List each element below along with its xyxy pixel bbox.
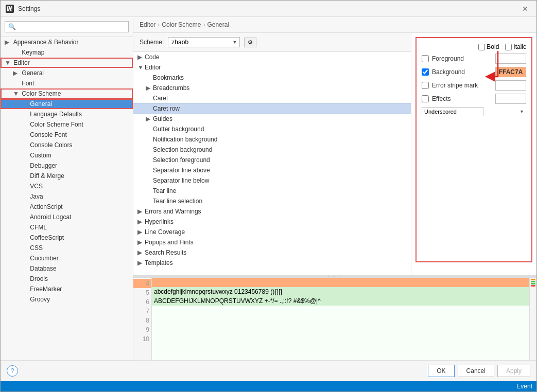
bold-checkbox[interactable] xyxy=(478,44,485,50)
tree-item-caret-row[interactable]: Caret row xyxy=(133,103,411,114)
effects-label: Effects xyxy=(432,95,492,102)
apply-button[interactable]: Apply xyxy=(497,365,530,377)
expand-arrow xyxy=(21,265,27,272)
expand-arrow xyxy=(146,136,153,143)
foreground-checkbox[interactable] xyxy=(422,55,429,62)
expand-arrow xyxy=(13,49,19,56)
expand-arrow xyxy=(21,275,27,282)
sidebar-item-cucumber[interactable]: Cucumber xyxy=(1,253,133,263)
sidebar-item-label: CSS xyxy=(30,244,43,252)
sidebar-item-android-logcat[interactable]: Android Logcat xyxy=(1,212,133,222)
sidebar-item-label: Java xyxy=(30,193,43,200)
sidebar-item-general[interactable]: ▶ General xyxy=(1,68,133,78)
scheme-select[interactable]: zhaob xyxy=(168,37,240,47)
sidebar-item-custom[interactable]: Custom xyxy=(1,150,133,161)
ok-button[interactable]: OK xyxy=(428,365,454,377)
background-row: Background FFAC7A xyxy=(422,67,526,77)
gear-button[interactable]: ⚙ xyxy=(244,38,256,47)
tree-item-breadcrumbs[interactable]: ▶ Breadcrumbs xyxy=(133,83,411,93)
sidebar-item-color-scheme-font[interactable]: Color Scheme Font xyxy=(1,119,133,130)
line-num-5: 5 xyxy=(133,288,151,297)
tree-item-notification-bg[interactable]: Notification background xyxy=(133,134,411,145)
effects-color-btn[interactable] xyxy=(495,94,526,104)
sidebar-item-appearance[interactable]: ▶ Appearance & Behavior xyxy=(1,37,133,47)
sidebar-item-label: ActionScript xyxy=(30,203,63,210)
tree-item-line-coverage[interactable]: ▶ Line Coverage xyxy=(133,227,411,237)
sidebar-item-font[interactable]: Font xyxy=(1,78,133,88)
sidebar-item-diff-merge[interactable]: Diff & Merge xyxy=(1,171,133,181)
tree-item-gutter-bg[interactable]: Gutter background xyxy=(133,124,411,134)
search-input-wrapper[interactable]: 🔍 xyxy=(5,21,129,32)
effects-checkbox[interactable] xyxy=(422,95,429,102)
sidebar-item-vcs[interactable]: VCS xyxy=(1,181,133,191)
tree-item-code[interactable]: ▶ Code xyxy=(133,52,411,62)
error-stripe-color-btn[interactable] xyxy=(495,80,526,91)
cancel-button[interactable]: Cancel xyxy=(458,365,494,377)
underline-row: Underscored Underwaved Bordered Strikeou… xyxy=(422,107,526,116)
app-icon: W xyxy=(6,5,14,13)
sidebar-item-drools[interactable]: Drools xyxy=(1,274,133,284)
help-button[interactable]: ? xyxy=(7,365,18,377)
search-field[interactable] xyxy=(18,23,125,30)
line-num-4: 4 xyxy=(133,279,151,288)
tree-item-tear-line[interactable]: Tear line xyxy=(133,186,411,196)
sidebar-item-console-colors[interactable]: Console Colors xyxy=(1,140,133,150)
font-style-row: Bold Italic xyxy=(422,43,526,50)
sidebar-item-color-scheme[interactable]: ▼ Color Scheme xyxy=(1,88,133,99)
sidebar-item-actionscript[interactable]: ActionScript xyxy=(1,202,133,212)
sidebar-item-label: Color Scheme xyxy=(22,90,61,97)
background-color-btn[interactable]: FFAC7A xyxy=(495,67,526,77)
sidebar-item-freemarker[interactable]: FreeMarker xyxy=(1,284,133,294)
tree-item-templates[interactable]: ▶ Templates xyxy=(133,258,411,268)
sidebar-item-groovy[interactable]: Groovy xyxy=(1,294,133,305)
foreground-color-btn[interactable] xyxy=(495,54,526,64)
tree-item-caret[interactable]: Caret xyxy=(133,93,411,103)
expand-arrow: ▶ xyxy=(137,259,145,266)
line-num-9: 9 xyxy=(133,325,151,334)
tree-item-label: Gutter background xyxy=(153,126,204,133)
mini-bar-orange xyxy=(531,279,535,280)
tree-item-selection-bg[interactable]: Selection background xyxy=(133,145,411,155)
tree-item-errors[interactable]: ▶ Errors and Warnings xyxy=(133,206,411,217)
scheme-select-wrapper: zhaob xyxy=(168,37,240,47)
tree-item-hyperlinks[interactable]: ▶ Hyperlinks xyxy=(133,217,411,227)
help-icon: ? xyxy=(11,367,14,375)
tree-item-bookmarks[interactable]: Bookmarks xyxy=(133,73,411,83)
tree-item-selection-fg[interactable]: Selection foreground xyxy=(133,155,411,165)
sidebar-item-css[interactable]: CSS xyxy=(1,243,133,253)
sidebar-item-cfml[interactable]: CFML xyxy=(1,222,133,233)
center-tree: ▶ Code ▼ Editor Bookmarks xyxy=(133,52,411,275)
sidebar-item-label: General xyxy=(22,69,44,77)
sidebar-item-debugger[interactable]: Debugger xyxy=(1,161,133,171)
sidebar-item-console-font[interactable]: Console Font xyxy=(1,130,133,140)
sidebar-item-editor[interactable]: ▼ Editor xyxy=(1,58,133,68)
expand-arrow xyxy=(146,156,153,164)
sidebar-item-keymap[interactable]: Keymap xyxy=(1,47,133,58)
tree-item-sep-above[interactable]: Separator line above xyxy=(133,165,411,175)
underline-select[interactable]: Underscored Underwaved Bordered Strikeou… xyxy=(422,107,483,116)
italic-wrapper: Italic xyxy=(505,43,526,50)
italic-checkbox[interactable] xyxy=(505,44,512,50)
tree-item-tear-line-sel[interactable]: Tear line selection xyxy=(133,196,411,206)
sidebar-item-cs-general[interactable]: General xyxy=(1,99,133,109)
tree-item-search-results[interactable]: ▶ Search Results xyxy=(133,247,411,258)
close-button[interactable]: ✕ xyxy=(519,4,531,14)
main-content: 🔍 ▶ Appearance & Behavior Keymap ▼ xyxy=(1,17,536,360)
tree-item-guides[interactable]: ▶ Guides xyxy=(133,114,411,124)
tree-item-sep-below[interactable]: Separator line below xyxy=(133,175,411,186)
tree-item-label: Code xyxy=(145,54,160,61)
background-checkbox[interactable] xyxy=(422,68,429,76)
expand-arrow: ▼ xyxy=(137,64,145,71)
sidebar-item-label: Diff & Merge xyxy=(30,172,64,180)
error-stripe-checkbox[interactable] xyxy=(422,82,429,89)
sidebar-item-coffeescript[interactable]: CoffeeScript xyxy=(1,233,133,243)
sidebar-item-java[interactable]: Java xyxy=(1,191,133,202)
tree-item-editor[interactable]: ▼ Editor xyxy=(133,62,411,73)
expand-arrow xyxy=(146,177,153,184)
tree-item-label: Separator line above xyxy=(153,167,210,174)
preview-line-10 xyxy=(152,333,529,343)
sidebar-item-label: Groovy xyxy=(30,296,50,303)
tree-item-popups[interactable]: ▶ Popups and Hints xyxy=(133,237,411,247)
sidebar-item-database[interactable]: Database xyxy=(1,263,133,274)
sidebar-item-language-defaults[interactable]: Language Defaults xyxy=(1,109,133,119)
